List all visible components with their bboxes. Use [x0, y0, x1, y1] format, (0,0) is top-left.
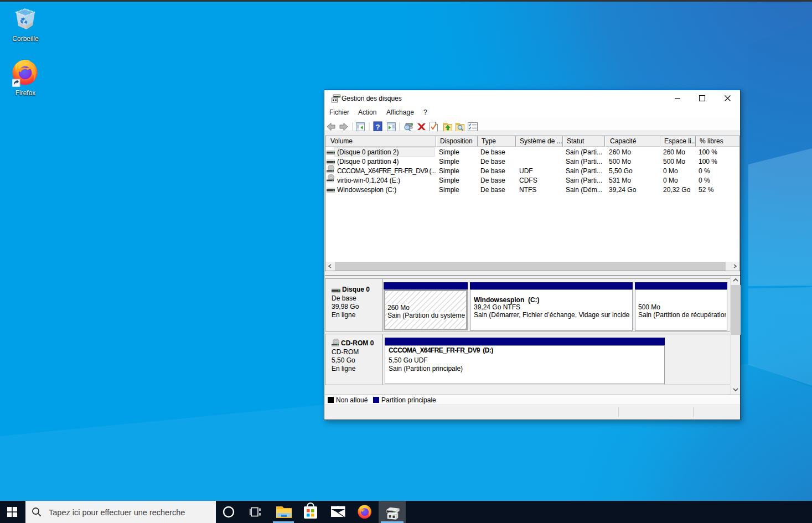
- svg-text:?: ?: [376, 123, 380, 131]
